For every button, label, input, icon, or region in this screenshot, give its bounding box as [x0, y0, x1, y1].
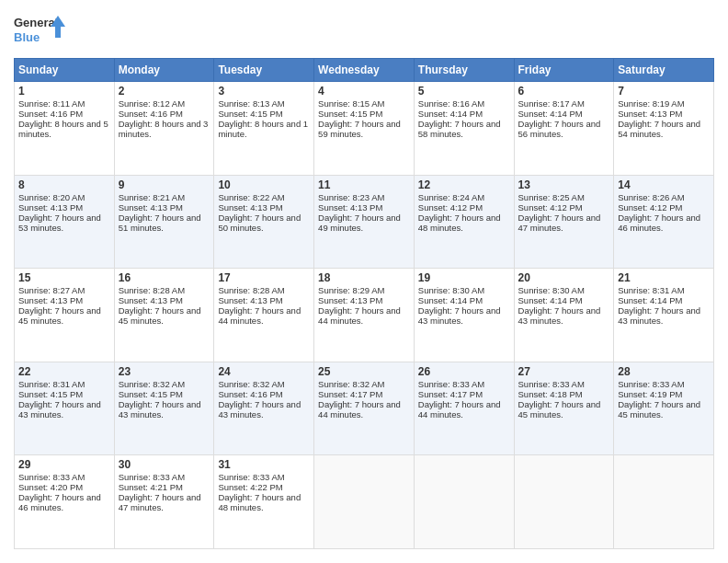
calendar-cell: 3Sunrise: 8:13 AMSunset: 4:15 PMDaylight…	[214, 82, 314, 176]
day-number: 13	[518, 178, 610, 191]
calendar-cell: 4Sunrise: 8:15 AMSunset: 4:15 PMDaylight…	[314, 82, 415, 176]
calendar-day-header: Friday	[514, 59, 614, 82]
calendar-cell: 27Sunrise: 8:33 AMSunset: 4:18 PMDayligh…	[514, 362, 614, 455]
calendar-cell: 13Sunrise: 8:25 AMSunset: 4:12 PMDayligh…	[514, 175, 614, 269]
day-number: 18	[318, 271, 410, 284]
daylight-text: Daylight: 7 hours and 48 minutes.	[218, 492, 301, 512]
day-number: 15	[18, 271, 110, 284]
daylight-text: Daylight: 7 hours and 45 minutes.	[119, 305, 201, 326]
day-number: 5	[418, 85, 510, 98]
sunrise-text: Sunrise: 8:17 AM	[518, 98, 585, 109]
sunset-text: Sunset: 4:13 PM	[119, 295, 183, 305]
daylight-text: Daylight: 7 hours and 49 minutes.	[318, 213, 401, 233]
sunrise-text: Sunrise: 8:16 AM	[418, 98, 484, 109]
calendar-cell: 11Sunrise: 8:23 AMSunset: 4:13 PMDayligh…	[314, 175, 415, 269]
daylight-text: Daylight: 7 hours and 46 minutes.	[618, 213, 700, 233]
daylight-text: Daylight: 7 hours and 58 minutes.	[418, 119, 501, 139]
sunrise-text: Sunrise: 8:33 AM	[218, 472, 284, 482]
sunrise-text: Sunrise: 8:30 AM	[518, 285, 585, 295]
sunset-text: Sunset: 4:16 PM	[218, 389, 282, 399]
calendar-cell: 16Sunrise: 8:28 AMSunset: 4:13 PMDayligh…	[114, 269, 214, 362]
sunrise-text: Sunrise: 8:11 AM	[18, 98, 85, 109]
calendar-day-header: Monday	[114, 59, 214, 82]
day-number: 20	[518, 271, 610, 284]
daylight-text: Daylight: 7 hours and 56 minutes.	[518, 119, 601, 139]
sunrise-text: Sunrise: 8:33 AM	[18, 472, 85, 482]
sunset-text: Sunset: 4:12 PM	[518, 202, 583, 213]
daylight-text: Daylight: 7 hours and 48 minutes.	[418, 213, 501, 233]
day-number: 11	[318, 178, 410, 191]
sunrise-text: Sunrise: 8:30 AM	[418, 285, 484, 295]
svg-text:General: General	[14, 16, 58, 29]
sunrise-text: Sunrise: 8:12 AM	[119, 98, 185, 109]
day-number: 28	[618, 365, 710, 378]
calendar-day-header: Tuesday	[214, 59, 314, 82]
daylight-text: Daylight: 7 hours and 53 minutes.	[18, 213, 101, 233]
calendar-day-header: Wednesday	[314, 59, 415, 82]
sunset-text: Sunset: 4:17 PM	[418, 389, 483, 399]
calendar-week-row: 22Sunrise: 8:31 AMSunset: 4:15 PMDayligh…	[15, 362, 714, 455]
sunset-text: Sunset: 4:19 PM	[618, 389, 682, 399]
sunrise-text: Sunrise: 8:32 AM	[318, 379, 384, 389]
sunset-text: Sunset: 4:20 PM	[18, 482, 83, 492]
calendar-cell: 17Sunrise: 8:28 AMSunset: 4:13 PMDayligh…	[214, 269, 314, 362]
sunrise-text: Sunrise: 8:31 AM	[18, 379, 85, 389]
day-number: 3	[218, 85, 310, 98]
sunrise-text: Sunrise: 8:25 AM	[518, 192, 585, 202]
calendar-cell: 2Sunrise: 8:12 AMSunset: 4:16 PMDaylight…	[114, 82, 214, 176]
day-number: 25	[318, 365, 410, 378]
calendar-cell: 6Sunrise: 8:17 AMSunset: 4:14 PMDaylight…	[514, 82, 614, 176]
day-number: 19	[418, 271, 510, 284]
calendar-cell: 19Sunrise: 8:30 AMSunset: 4:14 PMDayligh…	[414, 269, 514, 362]
calendar-cell	[414, 455, 514, 549]
logo-svg: General Blue	[14, 14, 69, 49]
sunrise-text: Sunrise: 8:33 AM	[418, 379, 484, 389]
daylight-text: Daylight: 7 hours and 59 minutes.	[318, 119, 401, 139]
sunset-text: Sunset: 4:15 PM	[318, 109, 382, 119]
calendar-cell: 20Sunrise: 8:30 AMSunset: 4:14 PMDayligh…	[514, 269, 614, 362]
calendar-table: SundayMondayTuesdayWednesdayThursdayFrid…	[14, 58, 714, 549]
day-number: 8	[18, 178, 110, 191]
calendar-cell: 28Sunrise: 8:33 AMSunset: 4:19 PMDayligh…	[614, 362, 714, 455]
sunset-text: Sunset: 4:12 PM	[618, 202, 682, 213]
sunset-text: Sunset: 4:18 PM	[518, 389, 583, 399]
daylight-text: Daylight: 7 hours and 54 minutes.	[618, 119, 700, 139]
day-number: 4	[318, 85, 410, 98]
daylight-text: Daylight: 7 hours and 45 minutes.	[618, 399, 700, 419]
sunrise-text: Sunrise: 8:33 AM	[518, 379, 585, 389]
sunset-text: Sunset: 4:13 PM	[18, 295, 83, 305]
day-number: 31	[218, 458, 310, 471]
sunset-text: Sunset: 4:16 PM	[119, 109, 183, 119]
daylight-text: Daylight: 7 hours and 44 minutes.	[318, 305, 401, 326]
calendar-cell: 30Sunrise: 8:33 AMSunset: 4:21 PMDayligh…	[114, 455, 214, 549]
calendar-cell	[614, 455, 714, 549]
daylight-text: Daylight: 7 hours and 50 minutes.	[218, 213, 301, 233]
day-number: 9	[119, 178, 210, 191]
calendar-cell: 18Sunrise: 8:29 AMSunset: 4:13 PMDayligh…	[314, 269, 415, 362]
daylight-text: Daylight: 7 hours and 44 minutes.	[318, 399, 401, 419]
sunrise-text: Sunrise: 8:20 AM	[18, 192, 85, 202]
sunrise-text: Sunrise: 8:15 AM	[318, 98, 384, 109]
day-number: 29	[18, 458, 110, 471]
calendar-header-row: SundayMondayTuesdayWednesdayThursdayFrid…	[15, 59, 714, 82]
daylight-text: Daylight: 7 hours and 43 minutes.	[518, 305, 601, 326]
sunrise-text: Sunrise: 8:22 AM	[218, 192, 284, 202]
sunset-text: Sunset: 4:21 PM	[119, 482, 183, 492]
day-number: 30	[119, 458, 210, 471]
daylight-text: Daylight: 7 hours and 43 minutes.	[18, 399, 101, 419]
calendar-cell: 31Sunrise: 8:33 AMSunset: 4:22 PMDayligh…	[214, 455, 314, 549]
sunrise-text: Sunrise: 8:13 AM	[218, 98, 284, 109]
calendar-cell: 15Sunrise: 8:27 AMSunset: 4:13 PMDayligh…	[15, 269, 115, 362]
sunrise-text: Sunrise: 8:32 AM	[119, 379, 185, 389]
daylight-text: Daylight: 7 hours and 43 minutes.	[119, 399, 201, 419]
sunset-text: Sunset: 4:13 PM	[318, 295, 382, 305]
calendar-cell: 12Sunrise: 8:24 AMSunset: 4:12 PMDayligh…	[414, 175, 514, 269]
day-number: 17	[218, 271, 310, 284]
day-number: 2	[119, 85, 210, 98]
day-number: 23	[119, 365, 210, 378]
day-number: 27	[518, 365, 610, 378]
calendar-cell: 5Sunrise: 8:16 AMSunset: 4:14 PMDaylight…	[414, 82, 514, 176]
sunset-text: Sunset: 4:22 PM	[218, 482, 282, 492]
daylight-text: Daylight: 7 hours and 43 minutes.	[218, 399, 301, 419]
sunrise-text: Sunrise: 8:33 AM	[618, 379, 684, 389]
